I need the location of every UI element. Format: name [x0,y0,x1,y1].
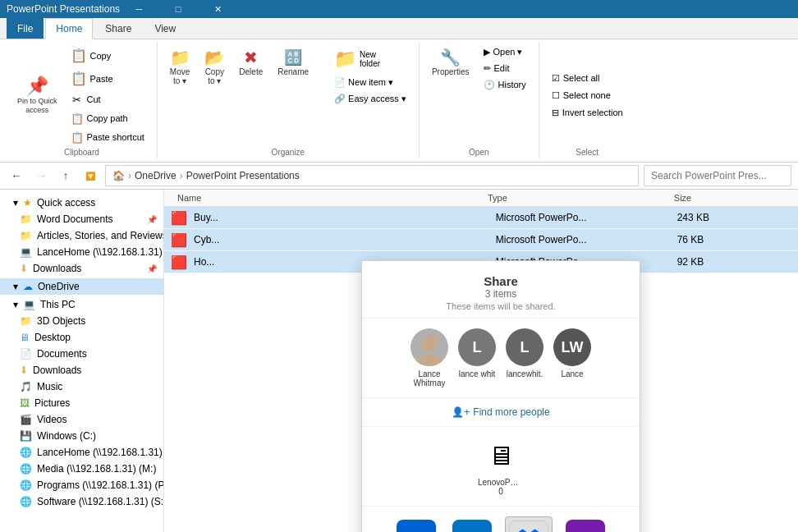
clipboard-label: Clipboard [13,148,150,157]
share-description: These items will be shared. [378,301,623,311]
downloads-icon: ⬇ [20,263,28,274]
quick-access-collapse-icon: ▾ [13,197,18,209]
tab-home[interactable]: Home [45,18,93,39]
person-item-2[interactable]: L lancewhit. [506,328,543,388]
minimize-button[interactable]: ─ [120,0,158,18]
size-col-header[interactable]: Size [667,193,791,203]
sidebar-item-videos[interactable]: 🎬 Videos [0,411,163,428]
rename-icon: 🔠 [283,48,303,67]
device-name-0: LenovoPC710 [478,478,524,496]
sidebar-item-lanceHome[interactable]: 💻 LanceHome (\\192.168.1.31) (L:) 📌 [0,244,163,260]
select-none-btn[interactable]: ☐ Select none [546,88,617,103]
type-col-header[interactable]: Type [481,193,667,203]
clipboard-group: 📌 Pin to Quickaccess 📋 Copy 📋 Paste ✂ Cu… [7,43,158,158]
search-input[interactable] [644,165,791,186]
move-to-btn[interactable]: 📁 Moveto ▾ [164,44,195,89]
network-icon: 💻 [20,246,32,258]
sidebar-item-windows-c[interactable]: 💾 Windows (C:) [0,428,163,444]
sidebar-item-downloads-quick[interactable]: ⬇ Downloads 📌 [0,260,163,277]
breadcrumb-onedrive[interactable]: OneDrive [135,170,177,181]
main-area: ▾ ★ Quick access 📁 Word Documents 📌 📁 Ar… [0,190,798,532]
quick-access-header[interactable]: ▾ ★ Quick access [0,195,163,211]
sidebar-item-word-docs[interactable]: 📁 Word Documents 📌 [0,211,163,227]
forward-button[interactable]: → [31,166,51,186]
pin-icon: 📌 [147,215,157,224]
sidebar-item-software[interactable]: 🌐 Software (\\192.168.1.31) (S:) [0,493,163,510]
sidebar-item-3d[interactable]: 📁 3D Objects [0,313,163,329]
pin-to-quick-access-btn[interactable]: 📌 Pin to Quickaccess [13,44,62,146]
sidebar-item-programs[interactable]: 🌐 Programs (\\192.168.1.31) (P:) [0,477,163,493]
app-item-dropbox[interactable]: Dropbox [505,516,553,532]
history-label: 🕐 History [484,80,525,90]
open-btn[interactable]: ▶ Open ▾ [478,44,531,60]
new-folder-btn[interactable]: 📁 Newfolder [328,44,412,74]
onedrive-item[interactable]: ▾ ☁ OneDrive [0,278,163,295]
media-label: Media (\\192.168.1.31) (M:) [37,463,156,475]
name-col-header[interactable]: Name [171,193,481,203]
tab-share[interactable]: Share [94,18,142,39]
invert-icon: ⊟ [552,108,559,118]
device-item-0[interactable]: 🖥 LenovoPC710 [478,437,524,496]
invert-selection-btn[interactable]: ⊟ Invert selection [546,105,629,121]
file-row-1[interactable]: 🟥 Buy... Microsoft PowerPo... 243 KB [164,207,798,229]
paste-shortcut-btn[interactable]: 📋 Paste shortcut [65,128,150,146]
app-item-mail[interactable]: ✉ Mail [449,516,495,532]
sidebar-item-documents[interactable]: 📄 Documents [0,346,163,362]
history-btn[interactable]: 🕐 History [478,77,531,93]
breadcrumb-sep1: › [128,170,131,181]
copy-to-btn[interactable]: 📂 Copyto ▾ [199,44,230,89]
app-item-onenote[interactable]: N OneNote [562,516,608,532]
file-row-2[interactable]: 🟥 Cyb... Microsoft PowerPo... 76 KB [164,229,798,251]
paste-shortcut-icon: 📋 [71,131,84,144]
this-pc-header[interactable]: ▾ 💻 This PC [0,296,163,313]
select-all-btn[interactable]: ☑ Select all [546,71,606,86]
file-size-1: 243 KB [671,212,791,223]
sidebar-item-articles[interactable]: 📁 Articles, Stories, and Reviews 📌 [0,227,163,244]
sidebar-item-desktop[interactable]: 🖥 Desktop [0,329,163,346]
open-label: ▶ Open ▾ [484,47,522,57]
tab-file[interactable]: File [7,18,44,39]
cut-btn[interactable]: ✂ Cut [65,90,150,108]
person-name-2: lancewhit. [507,369,543,378]
copy-to-icon: 📂 [204,48,224,67]
easy-access-btn[interactable]: 🔗 Easy access ▾ [328,91,412,107]
sidebar-item-lanceHome2[interactable]: 🌐 LanceHome (\\192.168.1.31) (L:) [0,444,163,461]
nearby-devices-section: 🖥 LenovoPC710 [362,427,640,507]
close-button[interactable]: ✕ [199,0,236,18]
sidebar-item-downloads[interactable]: ⬇ Downloads [0,362,163,378]
breadcrumb[interactable]: 🏠 › OneDrive › PowerPoint Presentations [105,165,639,186]
copy-btn[interactable]: 📋 Copy [65,44,150,66]
documents-label: Documents [37,348,87,360]
person-item-3[interactable]: LW Lance [553,328,591,388]
file-size-2: 76 KB [671,234,791,245]
back-button[interactable]: ← [7,166,26,186]
tab-view[interactable]: View [144,18,186,39]
delete-btn[interactable]: ✖ Delete [233,44,268,80]
paste-shortcut-label: Paste shortcut [87,132,144,142]
find-more-link[interactable]: 👤+ Find more people [378,406,623,418]
person-name-0: LanceWhitmay [414,369,446,388]
this-pc-label: This PC [40,299,76,310]
sidebar-item-pictures[interactable]: 🖼 Pictures [0,395,163,411]
new-item-btn[interactable]: 📄 New item ▾ [328,75,412,90]
this-pc-collapse-icon: ▾ [13,299,18,310]
dropbox-icon [509,521,548,532]
person-item-0[interactable]: LanceWhitmay [410,328,448,388]
desktop-icon: 🖥 [20,332,30,343]
copy-path-btn[interactable]: 📋 Copy path [65,109,150,127]
app-item-box[interactable]: box Box [393,516,439,532]
paste-btn[interactable]: 📋 Paste [65,67,150,89]
paste-icon: 📋 [71,71,87,86]
sidebar-item-media[interactable]: 🌐 Media (\\192.168.1.31) (M:) [0,461,163,477]
maximize-button[interactable]: □ [159,0,197,18]
up-button[interactable]: ↑ [56,166,76,186]
copy-label: Copy [90,51,112,61]
rename-btn[interactable]: 🔠 Rename [272,44,314,80]
person-item-1[interactable]: L lance whit [458,328,496,388]
edit-btn[interactable]: ✏ Edit [478,61,531,76]
recent-button[interactable]: 🔽 [80,166,100,186]
file-icon-1: 🟥 [171,209,187,226]
properties-btn[interactable]: 🔧 Properties [426,44,475,80]
delete-icon: ✖ [241,48,261,67]
sidebar-item-music[interactable]: 🎵 Music [0,378,163,395]
